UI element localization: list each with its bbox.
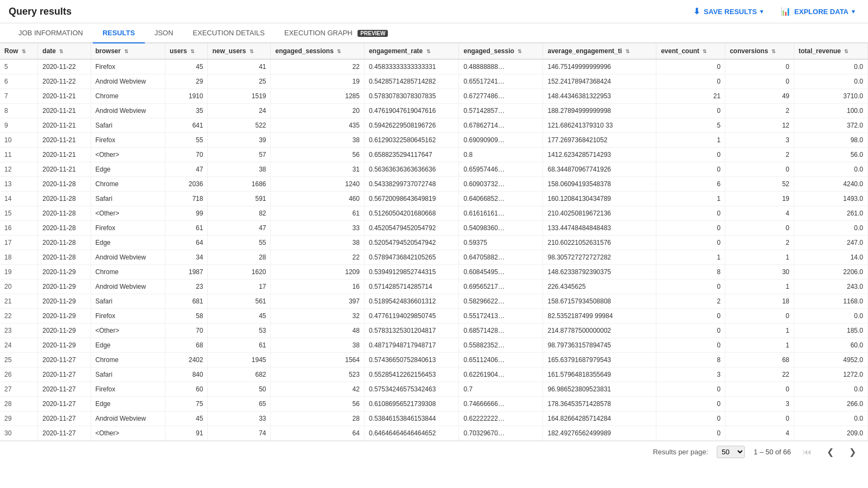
col-total-revenue: total_revenue ⇅ <box>794 43 868 59</box>
sort-icon-engaged-sessions[interactable]: ⇅ <box>337 49 341 54</box>
table-row: 122020-11-21Edge4738310.5636363636363663… <box>0 162 868 177</box>
col-event-count: event_count ⇅ <box>656 43 725 59</box>
sort-icon-date[interactable]: ⇅ <box>59 49 63 54</box>
results-table-container: Row ⇅ date ⇅ browser ⇅ users ⇅ new_users <box>0 43 868 441</box>
tab-execution-graph-label: EXECUTION GRAPH <box>284 29 353 37</box>
tab-execution-graph[interactable]: EXECUTION GRAPH PREVIEW <box>275 23 398 43</box>
explore-chevron-icon: ▾ <box>852 8 855 15</box>
save-results-label: SAVE RESULTS <box>704 8 757 16</box>
rpp-select[interactable]: 50 100 200 <box>717 446 745 458</box>
table-body: 52020-11-22Firefox4541220.45833333333333… <box>0 59 868 441</box>
rpp-label: Results per page: <box>653 448 708 456</box>
col-engaged-sessions: engaged_sessions ⇅ <box>271 43 364 59</box>
tab-execution-details[interactable]: EXECUTION DETAILS <box>183 23 275 43</box>
results-table: Row ⇅ date ⇅ browser ⇅ users ⇅ new_users <box>0 43 868 441</box>
table-row: 182020-11-28Android Webview3428220.57894… <box>0 250 868 265</box>
table-row: 272020-11-27Firefox6050420.5753424657534… <box>0 382 868 397</box>
tab-results[interactable]: RESULTS <box>93 23 145 43</box>
table-row: 262020-11-27Safari8406825230.55285412262… <box>0 367 868 382</box>
table-header-row: Row ⇅ date ⇅ browser ⇅ users ⇅ new_users <box>0 43 868 59</box>
col-new-users: new_users ⇅ <box>208 43 271 59</box>
col-avg-engagement-time: average_engagement_ti ⇅ <box>543 43 656 59</box>
prev-page-button[interactable]: ❮ <box>824 446 837 458</box>
save-icon: ⬇ <box>693 7 700 16</box>
table-row: 52020-11-22Firefox4541220.45833333333333… <box>0 59 868 74</box>
col-date: date ⇅ <box>38 43 91 59</box>
next-page-button[interactable]: ❯ <box>846 446 859 458</box>
table-row: 92020-11-21Safari6415224350.594262295081… <box>0 118 868 133</box>
sort-icon-browser[interactable]: ⇅ <box>124 49 129 54</box>
col-conversions: conversions ⇅ <box>725 43 794 59</box>
sort-icon-new-users[interactable]: ⇅ <box>250 49 254 54</box>
sort-icon-event-count[interactable]: ⇅ <box>703 49 707 54</box>
sort-icon-engaged-sessions2[interactable]: ⇅ <box>518 49 522 54</box>
table-row: 192020-11-29Chrome1987162012090.53949129… <box>0 265 868 280</box>
explore-data-button[interactable]: 📊 EXPLORE DATA ▾ <box>776 4 859 18</box>
col-users: users ⇅ <box>165 43 208 59</box>
table-row: 162020-11-28Firefox6147330.4520547945205… <box>0 221 868 236</box>
pagination-info: 1 – 50 of 66 <box>754 448 791 456</box>
table-row: 112020-11-21<Other>7057560.6588235294117… <box>0 148 868 162</box>
explore-icon: 📊 <box>781 7 791 16</box>
col-engaged-sessions2: engaged_sessio ⇅ <box>459 43 543 59</box>
page-header: Query results ⬇ SAVE RESULTS ▾ 📊 EXPLORE… <box>0 0 868 23</box>
table-row: 72020-11-21Chrome1910151912850.578307830… <box>0 89 868 104</box>
sort-icon-avg-engagement[interactable]: ⇅ <box>626 49 630 54</box>
table-row: 202020-11-29Android Webview2317160.57142… <box>0 280 868 294</box>
table-row: 282020-11-27Edge7565560.6108695652173930… <box>0 397 868 411</box>
preview-badge: PREVIEW <box>358 30 388 37</box>
col-engagement-rate: engagement_rate ⇅ <box>364 43 459 59</box>
table-row: 252020-11-27Chrome2402194515640.57436650… <box>0 353 868 367</box>
first-page-button[interactable]: ⏮ <box>800 446 815 458</box>
sort-icon-users[interactable]: ⇅ <box>190 49 195 54</box>
table-row: 82020-11-21Android Webview3524200.476190… <box>0 104 868 118</box>
table-row: 62020-11-22Android Webview2925190.542857… <box>0 74 868 89</box>
sort-icon-total-revenue[interactable]: ⇅ <box>844 49 848 54</box>
tab-json[interactable]: JSON <box>145 23 183 43</box>
table-row: 102020-11-21Firefox5539380.6129032258064… <box>0 133 868 148</box>
save-chevron-icon: ▾ <box>760 8 763 15</box>
table-row: 172020-11-28Edge6455380.5205479452054794… <box>0 236 868 250</box>
table-row: 222020-11-29Firefox5845320.4776119402985… <box>0 309 868 324</box>
table-row: 212020-11-29Safari6815613970.51895424836… <box>0 294 868 309</box>
tabs-bar: JOB INFORMATION RESULTS JSON EXECUTION D… <box>0 23 868 43</box>
table-row: 292020-11-27Android Webview4533280.53846… <box>0 411 868 426</box>
explore-data-label: EXPLORE DATA <box>794 8 848 16</box>
sort-icon-engagement-rate[interactable]: ⇅ <box>426 49 431 54</box>
table-row: 302020-11-27<Other>9174640.6464646464646… <box>0 426 868 441</box>
save-results-button[interactable]: ⬇ SAVE RESULTS ▾ <box>689 4 768 18</box>
col-row: Row ⇅ <box>0 43 38 59</box>
col-browser: browser ⇅ <box>91 43 165 59</box>
table-footer: Results per page: 50 100 200 1 – 50 of 6… <box>0 441 868 462</box>
page-title: Query results <box>9 6 72 17</box>
table-row: 152020-11-28<Other>9982610.5126050420168… <box>0 206 868 221</box>
table-row: 242020-11-29Edge6861380.4871794871794871… <box>0 338 868 353</box>
sort-icon-row[interactable]: ⇅ <box>22 49 26 54</box>
table-row: 232020-11-29<Other>7053480.5783132530120… <box>0 324 868 338</box>
table-row: 132020-11-28Chrome2036168612400.54338299… <box>0 177 868 192</box>
sort-icon-conversions[interactable]: ⇅ <box>771 49 776 54</box>
tab-job-information[interactable]: JOB INFORMATION <box>9 23 93 43</box>
table-row: 142020-11-28Safari7185914600.56720098643… <box>0 192 868 206</box>
header-actions: ⬇ SAVE RESULTS ▾ 📊 EXPLORE DATA ▾ <box>689 4 859 18</box>
